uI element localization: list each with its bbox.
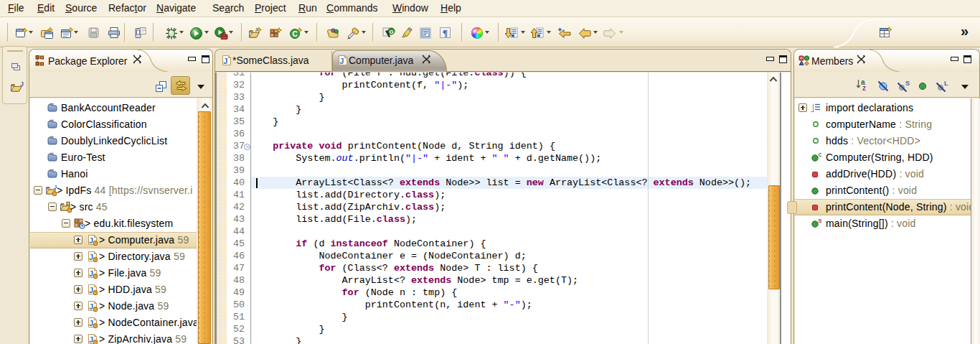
svg-text:J: J	[89, 335, 93, 343]
svg-text:J: J	[339, 57, 344, 65]
svg-text:S: S	[819, 218, 822, 224]
svg-text:J: J	[89, 252, 93, 261]
svg-text:¶: ¶	[443, 27, 448, 38]
svg-text:C: C	[292, 30, 297, 38]
svg-text:S: S	[905, 80, 910, 87]
svg-text:L: L	[944, 80, 948, 87]
svg-text:C: C	[819, 152, 822, 158]
svg-text:J: J	[223, 57, 227, 65]
svg-text:J: J	[89, 236, 93, 244]
svg-text:z: z	[862, 84, 866, 92]
svg-text:G: G	[389, 29, 393, 35]
svg-text:J: J	[89, 269, 93, 277]
svg-text:J: J	[89, 318, 93, 327]
svg-text:J: J	[89, 302, 93, 310]
svg-text:J: J	[89, 285, 93, 294]
svg-text:J: J	[20, 80, 24, 88]
